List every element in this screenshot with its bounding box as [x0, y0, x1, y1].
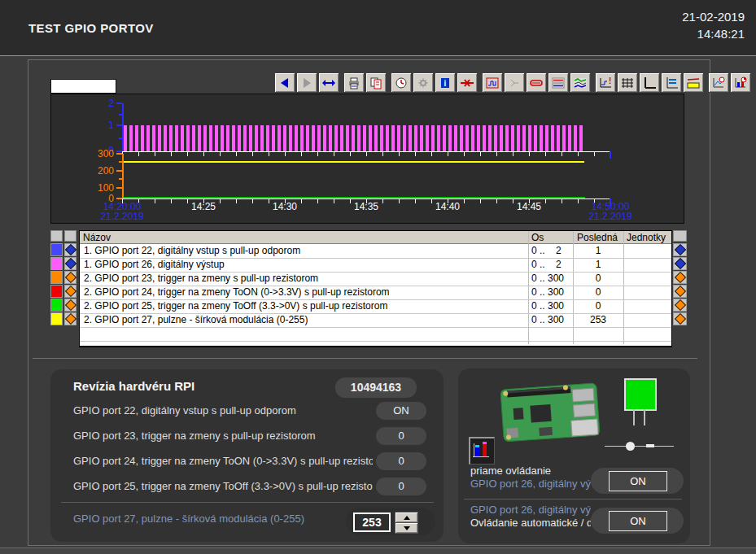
analog-tick: [116, 153, 122, 155]
multi-trends-icon[interactable]: [570, 72, 591, 93]
trend-marker-button[interactable]: [64, 257, 76, 270]
table-header-row: Názov Os Posledná Jednotky: [80, 231, 671, 244]
diamond-icon: [674, 286, 685, 297]
gpio24-label: GPIO port 24, trigger na zmeny ToON (0->…: [73, 455, 373, 467]
trend-color-swatch[interactable]: [50, 271, 63, 284]
table-row[interactable]: 1. GPIO port 22, digitálny vstup s pull-…: [80, 244, 671, 259]
toolbar-group-reports: [708, 72, 751, 93]
scale-icon[interactable]: [482, 72, 503, 93]
gpio27-pwm-trace: [124, 161, 584, 163]
table-row[interactable]: 2. GPIO port 24, trigger na zmeny ToON (…: [80, 286, 671, 300]
marker-column-header: [64, 230, 76, 242]
trend-toolbar: i !: [274, 72, 755, 93]
swatch-column-header: [50, 230, 63, 242]
trend-marker-button-right[interactable]: [673, 271, 687, 284]
slider-track[interactable]: [605, 446, 674, 447]
print-icon[interactable]: [343, 72, 365, 93]
gear-icon[interactable]: [413, 72, 434, 93]
trend-color-swatch[interactable]: [50, 243, 63, 256]
alarm-chart-icon[interactable]: !: [595, 72, 616, 93]
pwm-value-input[interactable]: 253: [353, 513, 391, 532]
forward-icon[interactable]: [296, 72, 317, 93]
highlight-trend-icon[interactable]: [683, 72, 704, 93]
digital-tick: [116, 103, 122, 104]
gpio23-value-button[interactable]: 0: [376, 427, 426, 445]
stacked-trends-icon[interactable]: [548, 72, 569, 93]
analog-tick-label: 200: [93, 165, 114, 177]
trend-marker-button-right[interactable]: [673, 285, 687, 298]
table-row[interactable]: 2. GPIO port 23, trigger na zmeny s pull…: [80, 272, 671, 286]
direct-on-button-face: ON: [609, 471, 667, 491]
led-indicator: [624, 378, 657, 411]
analog-tick: [119, 161, 122, 163]
raspberry-pi-image: [492, 378, 608, 447]
bottom-strip: [0, 547, 756, 554]
trend-marker-button[interactable]: [64, 299, 76, 312]
trend-marker-button[interactable]: [64, 243, 76, 256]
time-span-icon[interactable]: [318, 72, 339, 93]
x-tick-label: 14:30: [267, 201, 303, 212]
col-header-name[interactable]: Názov: [83, 232, 111, 243]
table-row[interactable]: 2. GPIO port 27, pulzne - šírková modulá…: [80, 313, 671, 328]
direct-on-button[interactable]: ON: [591, 468, 684, 494]
trend-marker-button[interactable]: [64, 271, 76, 284]
analog-tick-label: 100: [93, 182, 114, 194]
axes-icon[interactable]: [639, 72, 660, 93]
trend-marker-button-right[interactable]: [673, 257, 687, 270]
trend-color-swatch[interactable]: [50, 285, 63, 298]
diamond-icon: [64, 313, 76, 325]
trend-marker-button-right[interactable]: [673, 299, 687, 312]
date-label: 21-02-2019: [682, 8, 745, 25]
auto-control-sublabel: GPIO port 26, digitálny výst: [470, 504, 591, 516]
analog-tick: [116, 170, 122, 172]
gpio24-value-button[interactable]: 0: [376, 452, 426, 470]
table-row[interactable]: 2. GPIO port 25, trigger na zmeny ToOff …: [80, 299, 671, 314]
axis-lines-icon[interactable]: [661, 72, 682, 93]
line-style-icon[interactable]: [526, 72, 547, 93]
trend-color-swatch[interactable]: [50, 312, 63, 325]
led-leg: [644, 409, 645, 425]
trend-preset-input[interactable]: [50, 79, 116, 94]
analog-tick-label: 300: [93, 148, 114, 159]
col-header-units[interactable]: Jednotky: [627, 232, 666, 243]
pointer-icon[interactable]: [504, 72, 525, 93]
cut-axis-icon[interactable]: [457, 72, 478, 93]
bar-chart-icon[interactable]: [469, 437, 495, 465]
slider-thumb[interactable]: [626, 442, 635, 451]
table-row[interactable]: 1. GPIO port 26, digitálny výstup0 .. 21: [80, 258, 671, 273]
led-leg: [633, 409, 635, 425]
digital-tick-label: 1: [96, 120, 114, 131]
grid-icon[interactable]: [617, 72, 638, 93]
copy-icon[interactable]: [365, 72, 387, 93]
trend-color-swatch[interactable]: [50, 257, 63, 270]
chart-clock-icon[interactable]: [708, 72, 729, 93]
col-header-axis[interactable]: Os: [531, 232, 544, 243]
trend-color-swatch[interactable]: [50, 299, 63, 312]
col-header-last[interactable]: Posledná: [577, 232, 618, 243]
spinner-up-button[interactable]: [395, 512, 418, 523]
direct-control-sublabel: GPIO port 26, digitálny výst: [470, 478, 591, 490]
gpio25-label: GPIO port 25, trigger na zmeny ToOff (3.…: [73, 480, 373, 492]
trend-chart[interactable]: 2 1 0 300 200 100 0 14:25 14:30 14:35 14…: [50, 94, 684, 224]
clock-icon[interactable]: [391, 72, 412, 93]
gpio-control-panel: priame ovládanie GPIO port 26, digitálny…: [458, 369, 690, 543]
digital-tick: [119, 114, 122, 116]
gpio25-value-button[interactable]: 0: [376, 478, 426, 495]
gpio22-value-button[interactable]: ON: [376, 402, 426, 420]
diamond-icon: [64, 244, 76, 255]
trend-marker-button-right[interactable]: [673, 312, 687, 325]
digital-tick: [116, 150, 122, 152]
digital-end-tick: [610, 151, 611, 159]
analog-tick: [116, 187, 122, 189]
info-icon[interactable]: i: [435, 72, 456, 93]
chart-stats-icon[interactable]: [730, 72, 751, 93]
spinner-down-button[interactable]: [395, 522, 418, 534]
auto-on-button[interactable]: ON: [591, 508, 684, 534]
trend-marker-button[interactable]: [64, 285, 76, 298]
back-icon[interactable]: [274, 72, 295, 93]
diamond-icon: [674, 258, 685, 269]
trend-marker-button[interactable]: [64, 312, 76, 325]
x-tick-label: 14:45: [511, 201, 547, 212]
diamond-icon: [674, 313, 685, 325]
trend-marker-button-right[interactable]: [673, 243, 687, 256]
